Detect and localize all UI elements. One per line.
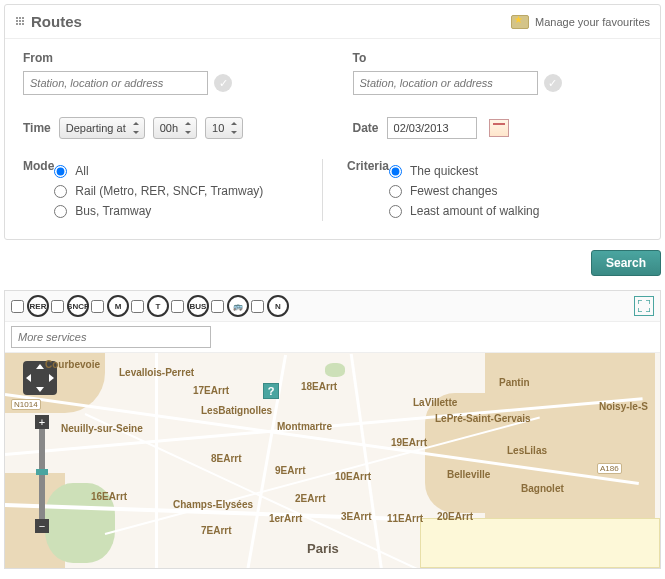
map-label: Montmartre <box>277 421 332 432</box>
map-label: 20EArrt <box>437 511 473 522</box>
sncf-icon: SNCF <box>67 295 89 317</box>
fullscreen-button[interactable] <box>634 296 654 316</box>
criteria-radio-fewest[interactable] <box>389 185 402 198</box>
mode-option-1: Rail (Metro, RER, SNCF, Tramway) <box>75 184 263 198</box>
criteria-option-0: The quickest <box>410 164 478 178</box>
noctilien-icon: N <box>267 295 289 317</box>
criteria-label: Criteria <box>347 159 389 215</box>
map-info-marker[interactable]: ? <box>263 383 279 399</box>
layer-check-bus[interactable] <box>171 300 184 313</box>
calendar-icon[interactable] <box>489 119 509 137</box>
mode-label: Mode <box>23 159 54 215</box>
mode-option-0: All <box>75 164 88 178</box>
map-toolbar: RER SNCF M T BUS 🚌 N <box>5 291 660 322</box>
date-input[interactable]: 02/03/2013 <box>387 117 477 139</box>
manage-favourites-link[interactable]: Manage your favourites <box>511 15 650 29</box>
bus-icon: BUS <box>187 295 209 317</box>
coach-icon: 🚌 <box>227 295 249 317</box>
map-label: Neuilly-sur-Seine <box>61 423 143 434</box>
layer-check-noctilien[interactable] <box>251 300 264 313</box>
map-label: Paris <box>307 541 339 556</box>
map-label: 7EArrt <box>201 525 232 536</box>
map-label: 17EArrt <box>193 385 229 396</box>
map-label: 1erArrt <box>269 513 302 524</box>
more-services-input[interactable] <box>11 326 211 348</box>
to-label: To <box>353 51 643 65</box>
rer-icon: RER <box>27 295 49 317</box>
routes-panel: Routes Manage your favourites From ✓ To … <box>4 4 661 240</box>
divider <box>322 159 323 221</box>
map-label: LesLilas <box>507 445 547 456</box>
mode-option-2: Bus, Tramway <box>75 204 151 218</box>
map-label: Pantin <box>499 377 530 388</box>
layer-check-rer[interactable] <box>11 300 24 313</box>
criteria-radio-quickest[interactable] <box>389 165 402 178</box>
from-label: From <box>23 51 313 65</box>
map-label: 11EArrt <box>387 513 423 524</box>
favourites-label: Manage your favourites <box>535 16 650 28</box>
time-mode-select[interactable]: Departing at <box>59 117 145 139</box>
time-minute-select[interactable]: 10 <box>205 117 243 139</box>
map-label: LePré-Saint-Gervais <box>435 413 531 424</box>
form-body: From ✓ To ✓ Time Departing at 00h <box>5 39 660 239</box>
pan-left-icon <box>26 374 31 382</box>
map-label: Belleville <box>447 469 490 480</box>
zoom-handle[interactable] <box>36 469 48 475</box>
fullscreen-icon <box>638 300 650 312</box>
map-canvas[interactable]: ? + − CourbevoieLevallois-PerretNeuilly-… <box>5 353 660 568</box>
to-validate-icon: ✓ <box>544 74 562 92</box>
pan-right-icon <box>49 374 54 382</box>
star-folder-icon <box>511 15 529 29</box>
layer-check-coach[interactable] <box>211 300 224 313</box>
zoom-out-button[interactable]: − <box>35 519 49 533</box>
search-bar: Search <box>0 244 665 286</box>
from-input[interactable] <box>23 71 208 95</box>
pan-down-icon <box>36 387 44 392</box>
map-label: Levallois-Perret <box>119 367 194 378</box>
mode-radio-group: All Rail (Metro, RER, SNCF, Tramway) Bus… <box>54 161 263 221</box>
layer-check-tram[interactable] <box>131 300 144 313</box>
criteria-option-1: Fewest changes <box>410 184 497 198</box>
road-badge: A186 <box>597 463 622 474</box>
map-label: 8EArrt <box>211 453 242 464</box>
tram-icon: T <box>147 295 169 317</box>
mode-radio-rail[interactable] <box>54 185 67 198</box>
road-badge: N1014 <box>11 399 41 410</box>
map-label: 16EArrt <box>91 491 127 502</box>
services-row <box>5 322 660 353</box>
map-label: LaVillette <box>413 397 457 408</box>
mode-radio-bus[interactable] <box>54 205 67 218</box>
criteria-option-2: Least amount of walking <box>410 204 539 218</box>
search-button[interactable]: Search <box>591 250 661 276</box>
map-label: 10EArrt <box>335 471 371 482</box>
zoom-in-button[interactable]: + <box>35 415 49 429</box>
map-label: 2EArrt <box>295 493 326 504</box>
map-label: Champs-Elysées <box>173 499 253 510</box>
panel-header: Routes Manage your favourites <box>5 5 660 39</box>
map-label: Courbevoie <box>45 359 100 370</box>
map-label: 18EArrt <box>301 381 337 392</box>
criteria-radio-walking[interactable] <box>389 205 402 218</box>
to-input[interactable] <box>353 71 538 95</box>
map-label: 9EArrt <box>275 465 306 476</box>
from-validate-icon: ✓ <box>214 74 232 92</box>
metro-icon: M <box>107 295 129 317</box>
zoom-track[interactable] <box>39 429 45 519</box>
layer-check-metro[interactable] <box>91 300 104 313</box>
time-hour-select[interactable]: 00h <box>153 117 197 139</box>
map-label: 3EArrt <box>341 511 372 522</box>
map-label: 19EArrt <box>391 437 427 448</box>
layer-check-sncf[interactable] <box>51 300 64 313</box>
pan-up-icon <box>36 364 44 369</box>
time-label: Time <box>23 121 51 135</box>
mode-radio-all[interactable] <box>54 165 67 178</box>
map-zoom-control: + − <box>35 415 49 533</box>
map-label: LesBatignolles <box>201 405 272 416</box>
title-text: Routes <box>31 13 82 30</box>
grip-icon <box>15 17 25 27</box>
map-label: Noisy-le-S <box>599 401 648 412</box>
page-title: Routes <box>15 13 82 30</box>
map-label: Bagnolet <box>521 483 564 494</box>
date-label: Date <box>353 121 379 135</box>
map-panel: RER SNCF M T BUS 🚌 N ? <box>4 290 661 569</box>
